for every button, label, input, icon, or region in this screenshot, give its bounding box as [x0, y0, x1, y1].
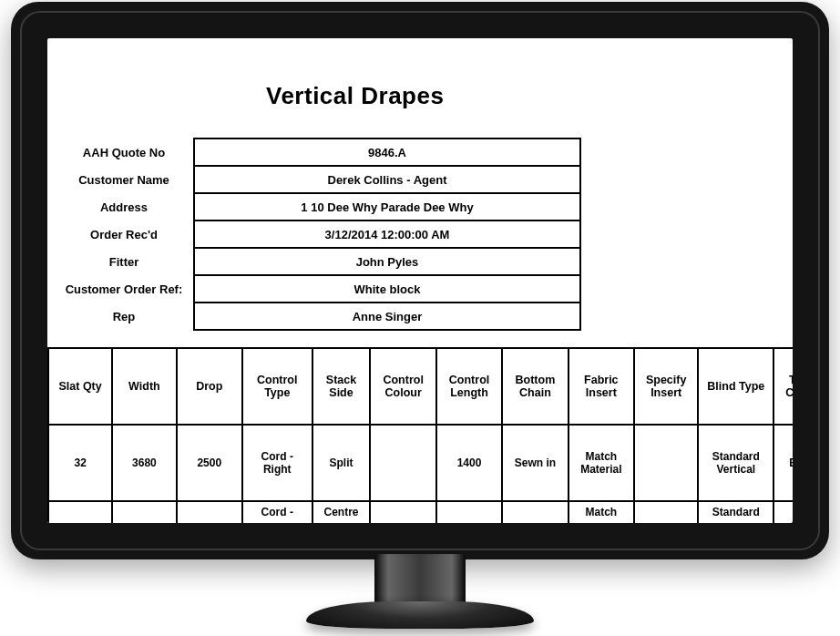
info-label: Customer Name	[55, 166, 194, 193]
stage: Vertical Drapes AAH Quote No 9846.A Cust…	[0, 0, 840, 636]
cell-fabric-insert: Match	[569, 501, 634, 523]
info-row-customer: Customer Name Derek Collins - Agent	[55, 166, 580, 193]
info-row-quote: AAH Quote No 9846.A	[55, 138, 580, 166]
col-width: Width	[112, 348, 176, 425]
col-control-colour: Control Colour	[370, 348, 435, 425]
info-row-fitter: Fitter John Pyles	[55, 248, 580, 275]
cell-bottom-chain: Sewn in	[502, 425, 568, 501]
cell-control-type: Cord - Right	[242, 425, 312, 501]
col-control-length: Control Length	[436, 348, 502, 425]
col-slat-qty: Slat Qty	[48, 348, 112, 425]
cell-stack-side: Centre	[312, 501, 371, 523]
info-section: AAH Quote No 9846.A Customer Name Derek …	[55, 138, 793, 331]
cell-control-colour	[370, 501, 435, 523]
document: Vertical Drapes AAH Quote No 9846.A Cust…	[47, 38, 793, 523]
cell-specify-insert	[634, 501, 698, 523]
info-value: Derek Collins - Agent	[194, 166, 580, 193]
info-value: White block	[194, 275, 580, 303]
cell-stack-side: Split	[312, 425, 371, 501]
info-row-order-recd: Order Rec'd 3/12/2014 12:00:00 AM	[55, 221, 580, 248]
info-value: 3/12/2014 12:00:00 AM	[194, 221, 580, 248]
monitor-base	[306, 601, 534, 629]
info-value: Anne Singer	[194, 303, 580, 330]
cell-fabric-insert: Match Material	[569, 425, 634, 501]
info-label: Customer Order Ref:	[55, 275, 194, 303]
info-label: AAH Quote No	[55, 138, 194, 166]
cell-drop: 2500	[177, 425, 242, 501]
info-value: 1 10 Dee Why Parade Dee Why	[194, 193, 580, 221]
col-stack-side: Stack Side	[312, 348, 371, 425]
cell-specify-insert	[634, 425, 698, 501]
cell-slat-qty	[48, 501, 112, 523]
cell-slat-qty: 32	[48, 425, 112, 501]
info-label: Rep	[55, 303, 194, 330]
col-track-colour: Track Colour	[773, 348, 793, 425]
cell-drop	[177, 501, 242, 523]
col-blind-type: Blind Type	[698, 348, 773, 425]
col-drop: Drop	[177, 348, 242, 425]
cell-control-colour	[370, 425, 435, 501]
col-bottom-chain: Bottom Chain	[502, 348, 568, 425]
cell-bottom-chain	[502, 501, 568, 523]
cell-track-colour	[773, 501, 793, 523]
info-row-order-ref: Customer Order Ref: White block	[55, 275, 580, 303]
table-row: Cord - Centre Match Standard	[48, 501, 793, 523]
info-label: Fitter	[55, 248, 194, 275]
cell-width	[112, 501, 176, 523]
info-value: John Pyles	[194, 248, 580, 275]
data-grid: Slat Qty Width Drop Control Type Stack S…	[47, 347, 793, 523]
grid-header-row: Slat Qty Width Drop Control Type Stack S…	[48, 348, 793, 425]
info-label: Address	[55, 193, 194, 221]
info-label: Order Rec'd	[55, 221, 194, 248]
cell-blind-type: Standard	[698, 501, 773, 523]
cell-control-type: Cord -	[242, 501, 312, 523]
monitor-frame: Vertical Drapes AAH Quote No 9846.A Cust…	[11, 2, 829, 559]
info-row-rep: Rep Anne Singer	[55, 303, 580, 330]
col-control-type: Control Type	[242, 348, 312, 425]
col-fabric-insert: Fabric Insert	[569, 348, 634, 425]
page-title: Vertical Drapes	[266, 82, 793, 110]
table-row: 32 3680 2500 Cord - Right Split 1400 Sew…	[48, 425, 793, 501]
col-specify-insert: Specify Insert	[634, 348, 698, 425]
info-value: 9846.A	[194, 138, 580, 166]
info-table: AAH Quote No 9846.A Customer Name Derek …	[55, 138, 581, 331]
info-row-address: Address 1 10 Dee Why Parade Dee Why	[55, 193, 580, 221]
cell-width: 3680	[112, 425, 176, 501]
cell-control-length	[436, 501, 502, 523]
screen: Vertical Drapes AAH Quote No 9846.A Cust…	[47, 38, 793, 523]
cell-track-colour: Black	[773, 425, 793, 501]
cell-control-length: 1400	[436, 425, 502, 501]
cell-blind-type: Standard Vertical	[698, 425, 773, 501]
